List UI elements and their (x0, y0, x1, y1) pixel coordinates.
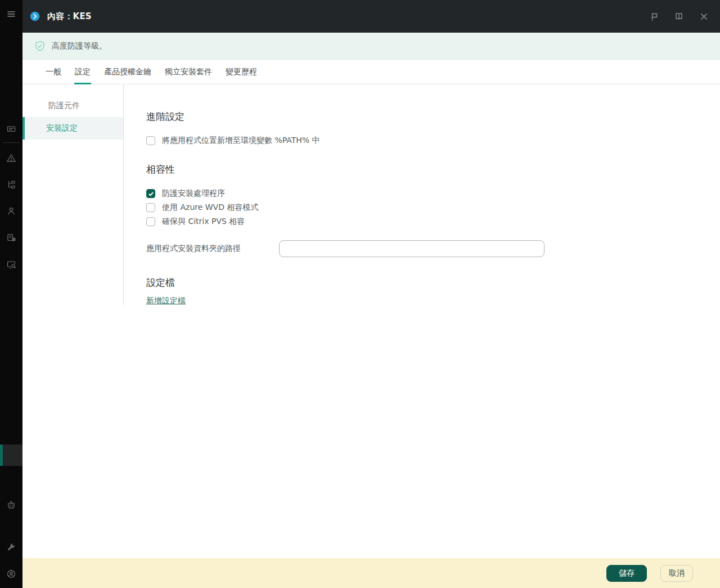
tab-bar: 一般 設定 產品授權金鑰 獨立安裝套件 變更歷程 (22, 60, 720, 84)
cancel-button[interactable]: 取消 (660, 565, 693, 582)
checkbox-label: 確保與 Citrix PVS 相容 (162, 217, 245, 227)
panel-body: 防護元件 安裝設定 進階設定 將應用程式位置新增至環境變數 %PATH% 中 相… (22, 84, 720, 558)
panel-header: 內容：KES (22, 0, 720, 33)
subnav-item-protection-components[interactable]: 防護元件 (22, 95, 123, 117)
marketplace-icon[interactable] (0, 495, 22, 514)
users-icon[interactable] (0, 201, 22, 221)
install-path-row: 應用程式安裝資料夾的路徑 (146, 240, 698, 257)
advanced-settings-heading: 進階設定 (146, 110, 698, 123)
tab-revision-history[interactable]: 變更歷程 (225, 67, 258, 84)
checkbox-add-path[interactable] (146, 136, 155, 145)
tab-general[interactable]: 一般 (45, 67, 62, 84)
console-settings-icon[interactable] (0, 537, 22, 556)
collapsed-sidebar (0, 0, 22, 588)
tab-standalone-packages[interactable]: 獨立安裝套件 (164, 67, 213, 84)
install-path-label: 應用程式安裝資料夾的路徑 (146, 244, 279, 254)
protection-level-banner: 高度防護等級。 (22, 33, 720, 60)
operations-icon[interactable] (0, 228, 22, 247)
checkbox-label: 將應用程式位置新增至環境變數 %PATH% 中 (162, 136, 320, 146)
settings-content: 進階設定 將應用程式位置新增至環境變數 %PATH% 中 相容性 防護安裝處理程… (124, 84, 720, 558)
option-add-path: 將應用程式位置新增至環境變數 %PATH% 中 (146, 136, 698, 146)
settings-subnav: 防護元件 安裝設定 (22, 84, 124, 305)
alerts-icon[interactable] (0, 149, 22, 168)
flag-icon[interactable] (648, 10, 660, 23)
tab-settings[interactable]: 設定 (74, 67, 91, 84)
sidebar-active-section[interactable] (0, 445, 22, 466)
monitoring-icon[interactable] (0, 120, 22, 139)
protection-level-text: 高度防護等級。 (52, 41, 107, 51)
option-citrix-pvs: 確保與 Citrix PVS 相容 (146, 217, 698, 227)
info-circle-icon (29, 11, 40, 22)
sidebar-divider (3, 142, 19, 143)
install-path-input[interactable] (279, 240, 544, 257)
discovery-icon[interactable] (0, 255, 22, 274)
subnav-item-installation-settings[interactable]: 安裝設定 (22, 117, 123, 140)
checkbox-citrix-pvs[interactable] (146, 217, 155, 226)
checkbox-protect-installation[interactable] (146, 189, 155, 198)
option-azure-wvd: 使用 Azure WVD 相容模式 (146, 203, 698, 213)
config-file-heading: 設定檔 (146, 276, 698, 289)
panel-footer: 儲存 取消 (22, 558, 720, 588)
option-protect-installation: 防護安裝處理程序 (146, 188, 698, 199)
tab-license-keys[interactable]: 產品授權金鑰 (104, 67, 152, 84)
checkbox-label: 防護安裝處理程序 (162, 188, 225, 199)
save-button[interactable]: 儲存 (606, 565, 647, 582)
close-icon[interactable] (698, 10, 710, 23)
checkbox-azure-wvd[interactable] (146, 203, 155, 212)
shield-check-icon (34, 40, 46, 52)
checkbox-label: 使用 Azure WVD 相容模式 (162, 203, 258, 213)
account-icon[interactable] (0, 564, 22, 583)
add-config-file-link[interactable]: 新增設定檔 (146, 296, 186, 306)
panel-title: 內容：KES (47, 11, 92, 22)
hamburger-icon[interactable] (0, 5, 22, 24)
devices-icon[interactable] (0, 175, 22, 194)
book-icon[interactable] (673, 10, 685, 23)
properties-panel: 內容：KES 高度防護等級。 一般 設定 產品授權金鑰 獨立安裝套件 變更歷程 (22, 0, 720, 588)
compatibility-heading: 相容性 (146, 163, 698, 176)
